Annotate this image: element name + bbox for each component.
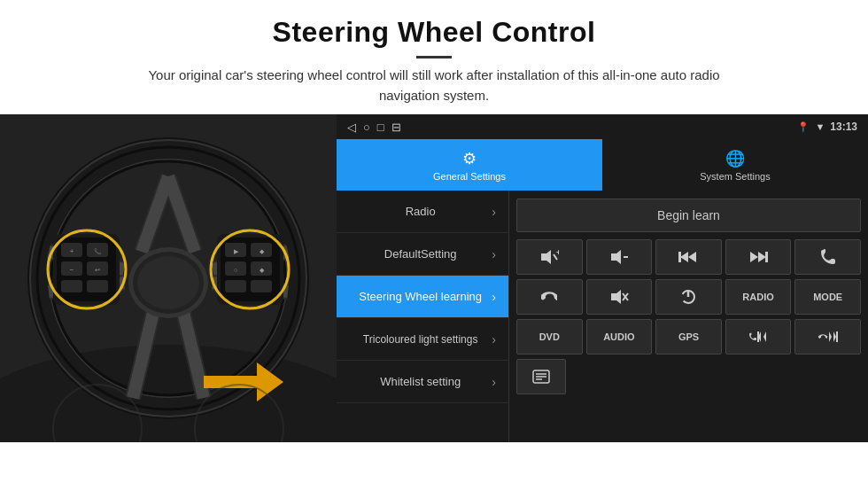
general-settings-icon: ⚙: [462, 149, 477, 168]
svg-rect-32: [61, 280, 82, 292]
svg-marker-58: [611, 250, 621, 264]
android-ui: ◁ ○ □ ⊟ 📍 ▼ 13:13 ⚙ General Settings 🌐 S…: [337, 114, 868, 442]
svg-rect-62: [678, 252, 681, 262]
svg-marker-64: [758, 252, 766, 262]
vol-up-button[interactable]: +: [516, 239, 583, 275]
wifi-icon: ▼: [815, 121, 825, 132]
svg-text:+: +: [556, 249, 559, 257]
svg-rect-76: [836, 331, 838, 342]
page-subtitle: Your original car's steering wheel contr…: [124, 66, 744, 105]
svg-text:−: −: [70, 266, 74, 274]
tab-general-label: General Settings: [433, 171, 506, 182]
gps-button[interactable]: GPS: [655, 319, 722, 354]
audio-button[interactable]: AUDIO: [586, 319, 653, 354]
svg-text:+: +: [70, 247, 74, 255]
svg-marker-66: [611, 290, 621, 304]
back-next-button[interactable]: [794, 319, 861, 354]
mode-button[interactable]: MODE: [794, 279, 861, 315]
clock: 13:13: [830, 121, 857, 133]
mute-button[interactable]: [586, 279, 653, 315]
tel-prev-button[interactable]: [725, 319, 792, 354]
svg-marker-74: [829, 331, 832, 342]
settings-list: Radio › DefaultSetting › Steering Wheel …: [337, 191, 509, 442]
svg-rect-73: [757, 331, 759, 342]
page-title: Steering Wheel Control: [18, 16, 850, 49]
status-right: 📍 ▼ 13:13: [797, 121, 857, 133]
system-settings-icon: 🌐: [725, 149, 745, 168]
svg-text:↩: ↩: [95, 267, 100, 273]
hangup-button[interactable]: [516, 279, 583, 315]
controls-area: Begin learn +: [509, 191, 868, 442]
home-icon[interactable]: ○: [363, 121, 370, 134]
svg-marker-55: [541, 250, 551, 264]
page-header: Steering Wheel Control Your original car…: [0, 0, 868, 114]
svg-text:○: ○: [234, 267, 237, 273]
recent-icon[interactable]: □: [377, 121, 384, 134]
control-grid-row3: DVD AUDIO GPS: [516, 319, 861, 354]
dvd-button[interactable]: DVD: [516, 319, 583, 354]
control-grid-row1: +: [516, 239, 861, 275]
tab-general[interactable]: ⚙ General Settings: [337, 139, 602, 191]
wheel-area: + 📞 − ↩ ▶ ◆ ○ ◆: [0, 114, 337, 442]
chevron-icon: ›: [492, 332, 496, 347]
single-icon-row: [516, 359, 861, 394]
menu-list-button[interactable]: [516, 359, 566, 394]
call-button[interactable]: [794, 239, 861, 275]
settings-item-tricolour[interactable]: Tricoloured light settings ›: [337, 318, 508, 361]
vol-down-button[interactable]: [586, 239, 653, 275]
begin-learn-button[interactable]: Begin learn: [516, 199, 861, 232]
svg-marker-60: [680, 252, 688, 262]
settings-item-radio[interactable]: Radio ›: [337, 191, 508, 233]
menu-icon[interactable]: ⊟: [391, 121, 401, 134]
title-divider: [416, 56, 452, 58]
settings-item-default[interactable]: DefaultSetting ›: [337, 233, 508, 276]
chevron-icon: ›: [492, 205, 496, 219]
back-icon[interactable]: ◁: [347, 121, 356, 134]
next-track-button[interactable]: [725, 239, 792, 275]
chevron-icon: ›: [492, 290, 496, 304]
svg-rect-33: [87, 280, 108, 292]
settings-item-steering[interactable]: Steering Wheel learning ›: [337, 276, 508, 318]
svg-marker-75: [833, 331, 836, 342]
svg-rect-65: [765, 252, 768, 262]
status-bar: ◁ ○ □ ⊟ 📍 ▼ 13:13: [337, 114, 868, 139]
svg-rect-45: [251, 280, 272, 292]
tab-system-label: System Settings: [700, 171, 770, 182]
main-content: + 📞 − ↩ ▶ ◆ ○ ◆: [0, 114, 868, 442]
settings-panel: Radio › DefaultSetting › Steering Wheel …: [337, 191, 868, 442]
svg-rect-44: [225, 280, 246, 292]
chevron-icon: ›: [492, 375, 496, 389]
location-icon: 📍: [797, 121, 810, 133]
tab-system[interactable]: 🌐 System Settings: [602, 139, 868, 191]
prev-track-button[interactable]: [655, 239, 722, 275]
control-grid-row2: RADIO MODE: [516, 279, 861, 315]
power-button[interactable]: [655, 279, 722, 315]
chevron-icon: ›: [492, 247, 496, 261]
tab-bar: ⚙ General Settings 🌐 System Settings: [337, 139, 868, 191]
status-icons-left: ◁ ○ □ ⊟: [347, 121, 401, 134]
steering-wheel-svg: + 📞 − ↩ ▶ ◆ ○ ◆: [0, 114, 337, 442]
radio-button[interactable]: RADIO: [725, 279, 792, 315]
svg-marker-72: [763, 331, 766, 342]
svg-point-25: [137, 256, 199, 309]
settings-item-whitelist[interactable]: Whitelist setting ›: [337, 361, 508, 403]
svg-marker-61: [688, 252, 696, 262]
svg-text:📞: 📞: [94, 247, 102, 255]
begin-learn-row: Begin learn: [516, 196, 861, 235]
svg-marker-63: [750, 252, 758, 262]
